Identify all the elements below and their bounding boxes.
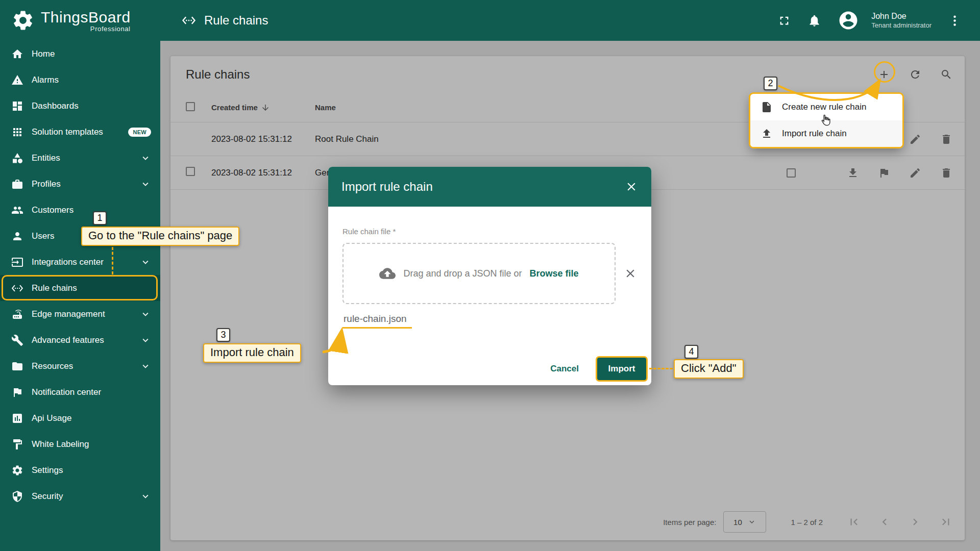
sidebar-item-label: Settings xyxy=(32,465,63,475)
step-4-label: Click "Add" xyxy=(674,359,744,379)
step-1-connector xyxy=(112,247,113,274)
menu-item-label: Import rule chain xyxy=(782,129,847,139)
user-info: John Doe Tenant administrator xyxy=(871,11,932,30)
edge-router-icon xyxy=(11,308,23,320)
dropzone-text: Drag and drop a JSON file or xyxy=(403,268,522,279)
chevron-down-icon xyxy=(140,491,151,502)
dialog-actions: Cancel Import xyxy=(547,358,646,380)
cloud-upload-icon xyxy=(379,265,396,282)
sidebar-item-notification-center[interactable]: Notification center xyxy=(0,379,160,405)
cancel-button[interactable]: Cancel xyxy=(547,360,582,378)
chevron-down-icon xyxy=(140,179,151,190)
fullscreen-icon[interactable] xyxy=(777,14,791,28)
file-drop-row: Drag and drop a JSON file or Browse file xyxy=(342,243,637,304)
brand-subtitle: Professional xyxy=(90,25,131,33)
file-icon xyxy=(761,101,773,113)
sidebar-item-label: Profiles xyxy=(32,179,61,189)
home-icon xyxy=(11,48,23,60)
entities-icon xyxy=(11,152,23,164)
rule-chains-highlight-outline xyxy=(2,275,158,300)
user-name: John Doe xyxy=(871,11,932,21)
avatar[interactable] xyxy=(838,10,859,31)
notifications-bell-icon[interactable] xyxy=(807,14,821,28)
chart-icon xyxy=(11,412,23,424)
sidebar-item-settings[interactable]: Settings xyxy=(0,457,160,483)
sidebar-item-profiles[interactable]: Profiles xyxy=(0,171,160,197)
apps-icon xyxy=(11,126,23,138)
sidebar-item-label: Api Usage xyxy=(32,413,71,423)
sidebar-item-security[interactable]: Security xyxy=(0,483,160,509)
profiles-icon xyxy=(11,178,23,190)
sidebar-item-integrations-center[interactable]: Integrations center xyxy=(0,249,160,275)
brand-name: ThingsBoard xyxy=(41,9,131,26)
warning-icon xyxy=(11,74,23,86)
step-4-badge: 4 xyxy=(684,345,698,359)
clear-file-icon[interactable] xyxy=(624,267,637,280)
menu-item-label: Create new rule chain xyxy=(782,102,866,112)
page-title: Rule chains xyxy=(204,13,268,28)
sidebar-item-alarms[interactable]: Alarms xyxy=(0,67,160,93)
sidebar-item-customers[interactable]: Customers xyxy=(0,197,160,223)
file-dropzone[interactable]: Drag and drop a JSON file or Browse file xyxy=(342,243,616,304)
sidebar-item-label: Notification center xyxy=(32,387,101,397)
sidebar-item-label: Security xyxy=(32,491,63,502)
selected-file-name: rule-chain.json xyxy=(342,313,412,329)
step-1-label: Go to the "Rule chains" page xyxy=(81,227,239,246)
sidebar-item-edge-management[interactable]: Edge management xyxy=(0,301,160,327)
shield-icon xyxy=(11,490,23,503)
flag-icon xyxy=(11,386,23,398)
sidebar-item-label: Customers xyxy=(32,205,74,215)
sidebar-item-advanced-features[interactable]: Advanced features xyxy=(0,327,160,353)
integrations-icon xyxy=(11,256,23,268)
sidebar-item-label: Users xyxy=(32,231,54,241)
upload-icon xyxy=(761,128,773,140)
step-2-badge: 2 xyxy=(764,77,777,90)
chevron-down-icon xyxy=(140,153,151,164)
file-field-label: Rule chain file * xyxy=(342,207,637,236)
sidebar-item-home[interactable]: Home xyxy=(0,41,160,67)
users-icon xyxy=(11,230,23,242)
sidebar-item-label: Resources xyxy=(32,361,73,371)
sidebar-item-resources[interactable]: Resources xyxy=(0,353,160,379)
step-3-badge: 3 xyxy=(216,328,230,342)
kebab-menu-icon[interactable] xyxy=(948,14,962,28)
sidebar-item-label: Edge management xyxy=(32,309,105,319)
dashboards-icon xyxy=(11,100,23,112)
app-logo[interactable]: ThingsBoard Professional xyxy=(0,0,160,41)
add-button-highlight-ring xyxy=(874,61,895,83)
import-button[interactable]: Import xyxy=(597,358,646,380)
sidebar-item-label: Advanced features xyxy=(32,335,104,345)
close-icon[interactable] xyxy=(625,180,638,193)
gear-icon xyxy=(11,464,23,477)
dialog-header: Import rule chain xyxy=(328,167,651,207)
brand-block: ThingsBoard Professional xyxy=(41,9,131,33)
sidebar-item-entities[interactable]: Entities xyxy=(0,145,160,171)
header-actions: John Doe Tenant administrator xyxy=(777,10,962,31)
step-4-connector xyxy=(649,368,673,369)
sidebar-item-white-labeling[interactable]: White Labeling xyxy=(0,431,160,457)
chevron-down-icon xyxy=(140,309,151,320)
sidebar-item-label: Entities xyxy=(32,153,60,163)
new-badge: NEW xyxy=(128,128,151,137)
step-1-badge: 1 xyxy=(93,211,107,225)
sidebar-item-label: Alarms xyxy=(32,75,59,85)
sidebar-item-label: White Labeling xyxy=(32,439,89,449)
sidebar-item-dashboards[interactable]: Dashboards xyxy=(0,93,160,119)
rule-chains-icon xyxy=(182,13,196,28)
sidebar-item-solution-templates[interactable]: Solution templatesNEW xyxy=(0,119,160,145)
dialog-title: Import rule chain xyxy=(341,180,433,194)
sidebar-item-api-usage[interactable]: Api Usage xyxy=(0,405,160,431)
dialog-body: Rule chain file * Drag and drop a JSON f… xyxy=(328,207,651,385)
sidebar-item-label: Home xyxy=(32,49,55,59)
chevron-down-icon xyxy=(140,257,151,268)
chevron-down-icon xyxy=(140,335,151,346)
browse-file-button[interactable]: Browse file xyxy=(530,268,579,279)
header: Rule chains John Doe Tenant administrato… xyxy=(160,0,980,41)
chevron-down-icon xyxy=(140,361,151,372)
customers-icon xyxy=(11,204,23,216)
sidebar-item-label: Integrations center xyxy=(32,257,104,267)
sidebar-item-label: Solution templates xyxy=(32,127,103,137)
hand-cursor-icon xyxy=(819,113,832,127)
step-3-label: Import rule chain xyxy=(203,343,301,363)
thingsboard-logo-icon xyxy=(11,9,35,32)
